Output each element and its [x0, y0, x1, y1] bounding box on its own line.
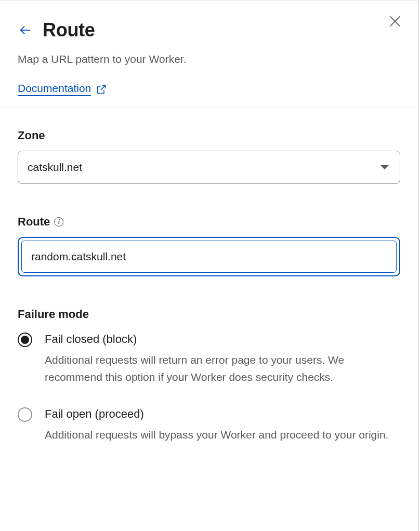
title-row: Route [18, 19, 400, 41]
radio-content: Fail open (proceed) Additional requests … [45, 406, 400, 443]
route-field-group: Route i [18, 215, 400, 276]
external-link-icon [96, 84, 107, 95]
svg-line-3 [101, 85, 105, 89]
documentation-link-text: Documentation [18, 82, 91, 96]
zone-select-wrap: catskull.net [18, 151, 400, 184]
route-input-focus-ring [18, 237, 400, 276]
documentation-link[interactable]: Documentation [18, 82, 107, 96]
failure-option-fail-closed[interactable]: Fail closed (block) Additional requests … [18, 331, 400, 386]
arrow-left-icon [19, 24, 32, 36]
back-button[interactable] [18, 23, 33, 37]
radio-icon [18, 407, 32, 422]
failure-option-fail-open[interactable]: Fail open (proceed) Additional requests … [18, 406, 400, 443]
zone-label: Zone [18, 129, 400, 142]
radio-content: Fail closed (block) Additional requests … [45, 331, 400, 386]
route-label-row: Route i [18, 215, 400, 229]
header-section: Route Map a URL pattern to your Worker. … [0, 1, 418, 108]
radio-description: Additional requests will bypass your Wor… [45, 427, 400, 444]
failure-mode-section: Failure mode Fail closed (block) Additio… [18, 308, 400, 443]
form-section: Zone catskull.net Route i Failure mode F… [0, 108, 418, 443]
page-title: Route [43, 19, 95, 41]
radio-icon [18, 333, 32, 347]
radio-title: Fail closed (block) [45, 331, 400, 348]
radio-description: Additional requests will return an error… [45, 352, 400, 386]
zone-select[interactable]: catskull.net [18, 151, 400, 184]
failure-mode-label: Failure mode [18, 308, 400, 321]
route-input[interactable] [21, 241, 397, 273]
zone-field-group: Zone catskull.net [18, 129, 400, 184]
route-config-panel: Route Map a URL pattern to your Worker. … [0, 0, 419, 531]
page-subtitle: Map a URL pattern to your Worker. [18, 51, 400, 67]
radio-title: Fail open (proceed) [45, 406, 400, 422]
info-icon[interactable]: i [54, 217, 63, 227]
route-label: Route [18, 215, 50, 229]
